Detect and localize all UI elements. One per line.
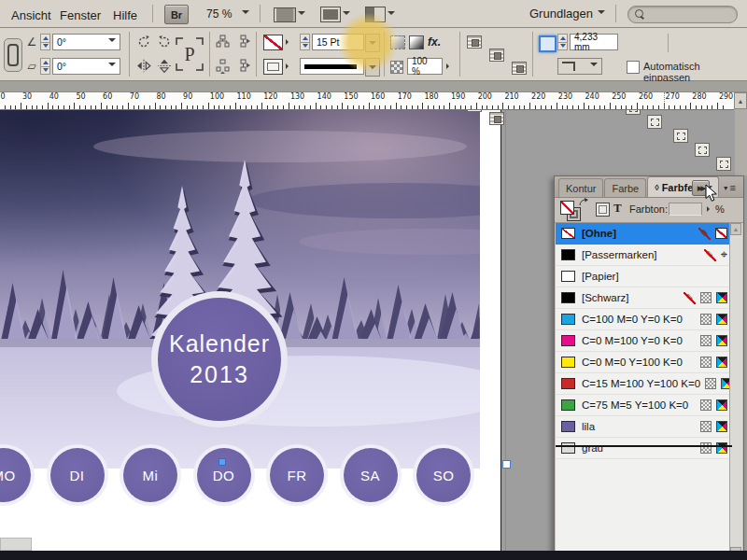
swatch-row[interactable]: [Schwarz]✎ bbox=[556, 287, 732, 309]
fill-color-caret-icon[interactable] bbox=[286, 63, 291, 69]
swatch-row[interactable]: C=0 M=100 Y=0 K=0 bbox=[556, 330, 732, 352]
wrap-bounding-box-icon[interactable] bbox=[489, 49, 504, 62]
frame-handle[interactable] bbox=[502, 460, 511, 469]
view-options-caret-icon[interactable] bbox=[298, 11, 305, 19]
cmyk-mode-icon bbox=[716, 421, 727, 432]
wrap-none-icon[interactable] bbox=[467, 35, 482, 49]
shear-stepper[interactable] bbox=[40, 58, 50, 75]
gradient-icon[interactable] bbox=[409, 35, 424, 49]
ruler-tick bbox=[551, 105, 552, 109]
ruler-tick bbox=[155, 103, 156, 109]
selection-anchor-dot[interactable] bbox=[218, 458, 226, 466]
bridge-button[interactable]: Br bbox=[164, 5, 189, 24]
weekday-circle-di[interactable]: DI bbox=[47, 444, 108, 506]
panel-fill-proxy[interactable] bbox=[560, 201, 574, 215]
screen-mode-caret-icon[interactable] bbox=[343, 11, 350, 19]
corner-options-icon[interactable] bbox=[539, 35, 557, 52]
flip-horizontal-icon[interactable] bbox=[136, 59, 151, 77]
ruler-tick bbox=[486, 105, 487, 109]
calendar-title-circle[interactable]: Kalender 2013 bbox=[151, 291, 288, 427]
constrain-proportions-icon[interactable] bbox=[4, 38, 22, 72]
opacity-caret-icon[interactable] bbox=[446, 63, 452, 69]
opacity-field[interactable]: 100 % bbox=[407, 58, 443, 75]
arrange-documents-icon[interactable] bbox=[365, 7, 386, 22]
ruler-tick bbox=[299, 105, 300, 109]
view-options-icon[interactable] bbox=[274, 7, 296, 22]
horizontal-scrollbar[interactable] bbox=[0, 538, 32, 551]
select-next-object-icon[interactable] bbox=[236, 59, 250, 77]
menu-hilfe[interactable]: Hilfe bbox=[109, 7, 141, 24]
formatting-text-icon[interactable]: T bbox=[613, 201, 622, 216]
frame-guide-line[interactable] bbox=[505, 109, 506, 553]
rotation-angle-field[interactable]: 0° bbox=[52, 34, 120, 50]
arrange-documents-caret-icon[interactable] bbox=[388, 11, 395, 19]
stroke-type-dropdown[interactable] bbox=[365, 58, 380, 77]
swatch-row[interactable]: C=75 M=5 Y=100 K=0 bbox=[556, 395, 732, 416]
fill-color-swatch[interactable] bbox=[263, 59, 283, 75]
flip-vertical-icon[interactable] bbox=[157, 59, 172, 77]
select-content-icon[interactable] bbox=[216, 59, 230, 77]
scroll-up-icon[interactable]: ▲ bbox=[734, 92, 747, 109]
stroke-color-caret-icon[interactable] bbox=[286, 39, 291, 45]
weekday-circle-sa[interactable]: SA bbox=[340, 444, 402, 506]
menu-ansicht[interactable]: Ansicht bbox=[7, 7, 55, 24]
tab-kontur[interactable]: Kontur bbox=[558, 178, 603, 197]
swatch-row[interactable]: lila bbox=[556, 416, 732, 438]
corner-radius-field[interactable]: 4,233 mm bbox=[570, 34, 618, 50]
swatch-name: C=100 M=0 Y=0 K=0 bbox=[582, 314, 683, 325]
stroke-weight-stepper[interactable] bbox=[300, 34, 310, 50]
shear-angle-field[interactable]: 0° bbox=[52, 58, 120, 75]
swatch-row[interactable]: [Papier] bbox=[556, 266, 732, 287]
rotate-ccw-icon[interactable] bbox=[157, 35, 172, 53]
screen-mode-icon[interactable] bbox=[320, 7, 341, 22]
center-content-icon[interactable] bbox=[673, 129, 688, 143]
autofit-checkbox[interactable] bbox=[627, 61, 640, 74]
reference-point-icon[interactable]: P bbox=[176, 37, 204, 71]
select-container-icon[interactable] bbox=[216, 35, 230, 53]
horizontal-ruler[interactable]: 2030405060708090100110120130140150160170… bbox=[0, 92, 734, 110]
tab-farbe[interactable]: Farbe bbox=[604, 178, 646, 197]
transparency-icon[interactable] bbox=[390, 35, 405, 49]
stroke-color-swatch[interactable] bbox=[263, 35, 283, 50]
rotate-cw-icon[interactable] bbox=[136, 35, 151, 53]
weekday-circle-fr[interactable]: FR bbox=[266, 444, 328, 506]
corner-style-dropdown[interactable] bbox=[557, 58, 602, 75]
scrollbar-up-icon[interactable]: ▲ bbox=[730, 223, 741, 235]
swatch-row[interactable]: C=15 M=100 Y=100 K=0 bbox=[556, 373, 732, 395]
stroke-weight-field[interactable]: 15 Pt bbox=[312, 34, 364, 50]
weekday-circle-so[interactable]: SO bbox=[413, 444, 474, 506]
workspace-caret-icon[interactable] bbox=[598, 10, 605, 18]
list-divider[interactable] bbox=[556, 445, 732, 447]
fit-frame-to-content-icon[interactable] bbox=[647, 115, 662, 129]
formatting-container-icon[interactable] bbox=[596, 203, 610, 217]
workspace-switcher[interactable]: Grundlagen bbox=[529, 7, 593, 21]
swatch-row[interactable]: C=100 M=0 Y=0 K=0 bbox=[556, 309, 732, 330]
menu-fenster[interactable]: Fenster bbox=[56, 7, 105, 24]
rotation-stepper[interactable] bbox=[40, 34, 50, 50]
tint-field[interactable] bbox=[669, 203, 702, 216]
vertical-scrollbar[interactable] bbox=[735, 109, 747, 175]
swap-fill-stroke-icon[interactable] bbox=[579, 198, 589, 208]
swatch-row[interactable]: C=0 M=0 Y=100 K=0 bbox=[556, 352, 732, 373]
corner-radius-stepper[interactable] bbox=[557, 34, 568, 50]
swatch-row[interactable]: [Ohne]✎ bbox=[556, 223, 732, 245]
weekday-circle-mi[interactable]: Mi bbox=[120, 444, 181, 506]
effects-fx-icon[interactable]: fx. bbox=[428, 35, 441, 49]
swatch-row[interactable]: grau bbox=[556, 438, 732, 459]
zoom-level-caret-icon[interactable] bbox=[242, 10, 249, 18]
wrap-jump-column-icon[interactable] bbox=[489, 112, 504, 125]
search-input[interactable] bbox=[627, 6, 738, 23]
stroke-weight-dropdown[interactable] bbox=[365, 34, 380, 52]
opacity-checker-icon[interactable] bbox=[390, 61, 403, 74]
fit-proportionally-icon[interactable] bbox=[695, 143, 710, 157]
select-previous-object-icon[interactable] bbox=[236, 35, 250, 53]
fill-frame-proportionally-icon[interactable] bbox=[716, 157, 731, 171]
zoom-level-value[interactable]: 75 % bbox=[206, 7, 232, 21]
swatch-list-scrollbar[interactable]: ▲ ▼ bbox=[729, 223, 742, 559]
tint-caret-icon[interactable] bbox=[707, 206, 712, 212]
wrap-object-shape-icon[interactable] bbox=[512, 62, 527, 75]
swatch-row[interactable]: [Passermarken]✎⌖ bbox=[556, 245, 732, 266]
panel-menu-icon[interactable]: ▼≡ bbox=[723, 182, 736, 193]
weekday-circle-do[interactable]: DO bbox=[193, 444, 255, 506]
stroke-type-field[interactable] bbox=[300, 58, 364, 75]
